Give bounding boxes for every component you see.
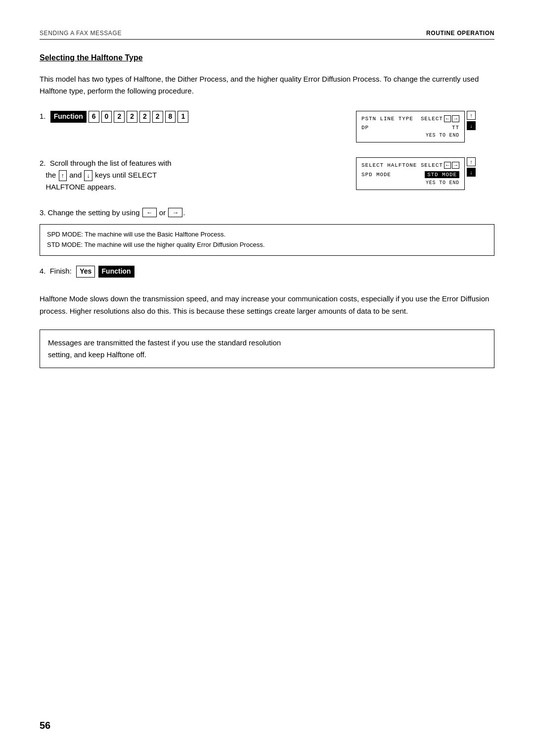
lcd1-select-arrows: SELECT ← → (421, 115, 459, 122)
step2-lcd: SELECT HALFTONE SELECT ← → SPD MODE STD … (356, 157, 494, 190)
step2-left: 2. Scroll through the list of features w… (40, 157, 356, 193)
key-2d[interactable]: 2 (152, 111, 163, 123)
lcd1-row2-left: DP (361, 125, 369, 131)
key-2b[interactable]: 2 (127, 111, 137, 123)
body-text: Halftone Mode slows down the transmissio… (40, 292, 494, 318)
header-left: SENDING A FAX MESSAGE (40, 30, 122, 37)
step2-text3: and (69, 171, 82, 179)
step1-left: 1. Function 6 0 2 2 2 2 8 1 (40, 111, 356, 123)
info-box: Messages are transmitted the fastest if … (40, 330, 494, 368)
step3-row: 3. Change the setting by using ← or → . (40, 208, 494, 217)
page-number: 56 (40, 720, 50, 731)
step3-end: . (183, 208, 185, 217)
lcd1-row1-right: SELECT (421, 116, 443, 122)
key-right-arrow[interactable]: → (168, 208, 182, 217)
step2-text2: the (46, 171, 56, 179)
header-bar: SENDING A FAX MESSAGE ROUTINE OPERATION (40, 30, 494, 40)
step2-text: 2. Scroll through the list of features w… (40, 157, 341, 193)
lcd2-select-arrows: SELECT ← → (421, 162, 459, 169)
lcd2-main: SELECT HALFTONE SELECT ← → SPD MODE STD … (356, 157, 465, 190)
lcd1-row1-left: PSTN LINE TYPE (361, 116, 413, 122)
step4-row: 4. Finish: Yes Function (40, 266, 494, 278)
step1-keys: Function 6 0 2 2 2 2 8 1 (50, 111, 189, 123)
key-8[interactable]: 8 (165, 111, 176, 123)
lcd1-nav-up: ↑ (467, 111, 476, 120)
key-yes[interactable]: Yes (76, 266, 95, 278)
section-title: Selecting the Halftone Type (40, 53, 494, 62)
step2-text4: keys until SELECT (95, 171, 157, 179)
lcd2-nav-up: ↑ (467, 157, 476, 166)
lcd1-arrow-right: → (452, 115, 459, 122)
lcd1-side: ↑ ↓ (467, 111, 476, 130)
lcd2-arrow-left: ← (444, 162, 451, 169)
step3-or: or (159, 208, 166, 217)
step3-number: 3. (40, 208, 46, 217)
lcd2-row1-right: SELECT (421, 162, 443, 168)
step4-number: 4. (40, 267, 46, 275)
note-line2: STD MODE: The machine will use the highe… (47, 240, 487, 250)
note-line1: SPD MODE: The machine will use the Basic… (47, 230, 487, 240)
step2-number: 2. (40, 159, 46, 167)
lcd2-nav-down: ↓ (467, 168, 476, 177)
lcd2-row1-left: SELECT HALFTONE (361, 162, 417, 168)
key-6[interactable]: 6 (89, 111, 99, 123)
lcd1-mid-row: DP TT (361, 125, 459, 131)
lcd2-outer: SELECT HALFTONE SELECT ← → SPD MODE STD … (356, 157, 494, 190)
lcd1-outer: PSTN LINE TYPE SELECT ← → DP TT YES TO E… (356, 111, 494, 142)
note-box: SPD MODE: The machine will use the Basic… (40, 224, 494, 256)
lcd1-arrow-left: ← (444, 115, 451, 122)
key-function[interactable]: Function (50, 111, 87, 123)
lcd2-row2-left: SPD MODE (361, 172, 391, 178)
lcd1-main: PSTN LINE TYPE SELECT ← → DP TT YES TO E… (356, 111, 465, 142)
info-line2: setting, and keep Halftone off. (48, 349, 486, 361)
step3-text: Change the setting by using (48, 208, 140, 217)
lcd1-top-row: PSTN LINE TYPE SELECT ← → (361, 115, 459, 122)
lcd2-row2-right: STD MODE (425, 171, 459, 178)
step1-row: 1. Function 6 0 2 2 2 2 8 1 PSTN LINE TY… (40, 111, 494, 142)
lcd2-mid-row: SPD MODE STD MODE (361, 171, 459, 178)
key-function-finish[interactable]: Function (98, 266, 134, 278)
key-1[interactable]: 1 (178, 111, 188, 123)
step4-text: Finish: (50, 267, 72, 275)
lcd1-row3-right: YES TO END (426, 133, 459, 138)
key-down-arrow[interactable]: ↓ (84, 170, 92, 182)
intro-text: This model has two types of Halftone, th… (40, 73, 494, 97)
lcd2-row3-right: YES TO END (426, 180, 459, 186)
info-line1: Messages are transmitted the fastest if … (48, 337, 486, 349)
key-left-arrow[interactable]: ← (142, 208, 157, 217)
step1-number: 1. (40, 112, 46, 120)
key-up-arrow[interactable]: ↑ (59, 170, 67, 182)
lcd2-bottom-row: YES TO END (361, 180, 459, 186)
lcd2-arrow-right: → (452, 162, 459, 169)
step2-text5: HALFTONE appears. (46, 183, 116, 191)
step2-text1: Scroll through the list of features with (50, 159, 172, 167)
lcd2-top-row: SELECT HALFTONE SELECT ← → (361, 162, 459, 169)
step2-row: 2. Scroll through the list of features w… (40, 157, 494, 193)
key-2a[interactable]: 2 (114, 111, 125, 123)
lcd1-row2-right: TT (452, 125, 459, 131)
lcd1-bottom-row: YES TO END (361, 133, 459, 138)
key-2c[interactable]: 2 (139, 111, 150, 123)
lcd2-side: ↑ ↓ (467, 157, 476, 177)
key-0[interactable]: 0 (101, 111, 112, 123)
step1-lcd: PSTN LINE TYPE SELECT ← → DP TT YES TO E… (356, 111, 494, 142)
header-right: ROUTINE OPERATION (426, 30, 494, 37)
lcd1-nav-down: ↓ (467, 121, 476, 130)
